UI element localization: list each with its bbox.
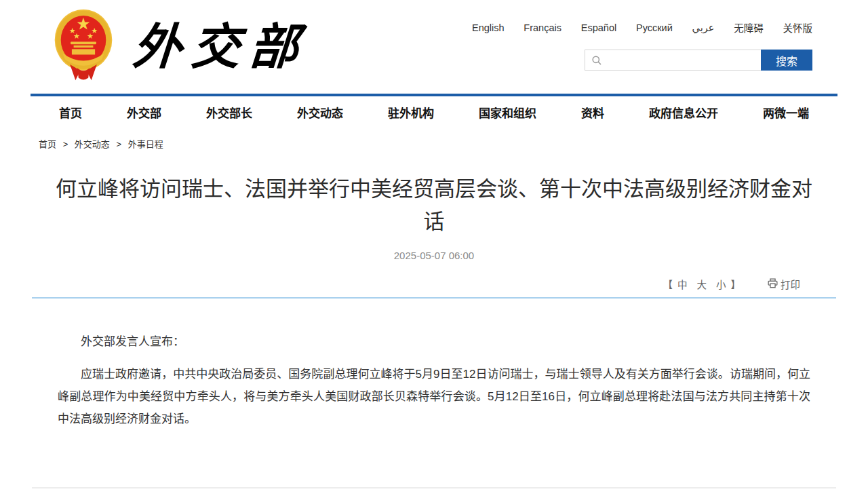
svg-text:★: ★ — [87, 33, 93, 39]
print-label: 打印 — [781, 277, 800, 291]
breadcrumb-separator: > — [63, 139, 68, 149]
article-title: 何立峰将访问瑞士、法国并举行中美经贸高层会谈、第十次中法高级别经济财金对话 — [51, 173, 817, 238]
svg-text:★: ★ — [77, 16, 90, 31]
breadcrumb-home[interactable]: 首页 — [39, 139, 56, 149]
article-date: 2025-05-07 06:00 — [31, 250, 837, 261]
site-brand[interactable]: ★ ★ ★ ★ ★ 外交部 — [31, 0, 308, 83]
article-body: 外交部发言人宣布： 应瑞士政府邀请，中共中央政治局委员、国务院副总理何立峰将于5… — [58, 330, 810, 430]
site-header: ★ ★ ★ ★ ★ 外交部 — [31, 0, 837, 94]
nav-item-resources[interactable]: 资料 — [581, 107, 604, 120]
nav-item-minister[interactable]: 外交部长 — [206, 107, 252, 120]
header-right: English Français Español Русский عربي 无障… — [472, 0, 812, 71]
main-nav: 首页 外交部 外交部长 外交动态 驻外机构 国家和组织 资料 政府信息公开 两微… — [31, 94, 837, 128]
mfa-calligraphy-logo: 外交部 — [131, 18, 310, 76]
nav-item-countries[interactable]: 国家和组织 — [479, 107, 536, 120]
lang-care-mode[interactable]: 关怀版 — [783, 20, 812, 35]
page-container: ★ ★ ★ ★ ★ 外交部 — [31, 0, 837, 489]
svg-text:★: ★ — [74, 33, 80, 39]
lang-english[interactable]: English — [472, 22, 505, 33]
printer-icon — [768, 278, 778, 290]
search-bar: 搜索 — [472, 50, 812, 71]
paragraph-announcement: 外交部发言人宣布： — [58, 330, 810, 353]
divider-blue — [32, 297, 836, 299]
nav-item-gov-info[interactable]: 政府信息公开 — [649, 107, 718, 120]
font-size-bracket-open: 【 — [663, 277, 673, 291]
nav-item-activities[interactable]: 外交动态 — [297, 107, 343, 120]
lang-accessibility[interactable]: 无障碍 — [734, 20, 764, 35]
divider-gray — [32, 487, 836, 489]
font-size-small[interactable]: 小 — [716, 277, 726, 291]
nav-item-missions[interactable]: 驻外机构 — [388, 107, 434, 120]
article: 何立峰将访问瑞士、法国并举行中美经贸高层会谈、第十次中法高级别经济财金对话 20… — [31, 173, 837, 489]
lang-espanol[interactable]: Español — [581, 22, 616, 33]
breadcrumb-separator: > — [117, 139, 122, 149]
font-size-bracket-close: 】 — [731, 277, 741, 291]
paragraph-details: 应瑞士政府邀请，中共中央政治局委员、国务院副总理何立峰将于5月9日至12日访问瑞… — [58, 363, 810, 430]
breadcrumb: 首页 > 外交动态 > 外事日程 — [39, 137, 837, 150]
font-size-medium[interactable]: 中 — [677, 277, 688, 291]
nav-item-social[interactable]: 两微一端 — [763, 107, 809, 120]
lang-russian[interactable]: Русский — [636, 22, 673, 33]
breadcrumb-schedule[interactable]: 外事日程 — [128, 139, 163, 149]
nav-item-mfa[interactable]: 外交部 — [127, 107, 161, 120]
search-input[interactable] — [585, 50, 761, 70]
font-size-large[interactable]: 大 — [697, 277, 707, 291]
language-switcher: English Français Español Русский عربي 无障… — [472, 20, 812, 35]
national-emblem-icon: ★ ★ ★ ★ ★ — [53, 8, 114, 83]
breadcrumb-activities[interactable]: 外交动态 — [75, 139, 110, 149]
search-icon — [591, 55, 602, 69]
search-button[interactable]: 搜索 — [761, 50, 812, 71]
article-tools: 【 中 大 小 】 打印 — [31, 277, 837, 291]
nav-item-home[interactable]: 首页 — [59, 107, 82, 120]
lang-francais[interactable]: Français — [524, 22, 561, 33]
print-button[interactable]: 打印 — [768, 277, 800, 291]
lang-arabic[interactable]: عربي — [692, 22, 715, 33]
